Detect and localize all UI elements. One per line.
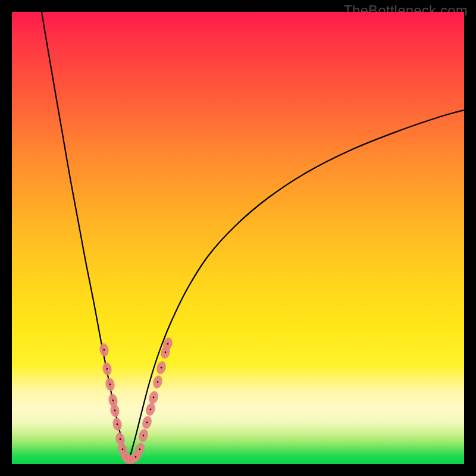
data-marker-dot <box>165 352 167 353</box>
data-marker-dot <box>135 456 137 458</box>
data-marker-dot <box>107 368 108 370</box>
plot-area <box>12 12 464 464</box>
data-marker-dot <box>150 409 152 411</box>
chart-frame: TheBottleneck.com <box>0 0 476 476</box>
data-marker-dot <box>120 439 121 440</box>
data-marker-dot <box>114 410 116 412</box>
data-marker-dot <box>157 381 159 383</box>
data-marker-dot <box>161 367 162 369</box>
data-marker-dot <box>112 400 114 402</box>
data-marker-dot <box>143 435 145 437</box>
data-marker-dot <box>167 343 169 345</box>
data-marker-dot <box>117 424 118 425</box>
curve-right-branch <box>128 110 464 463</box>
data-marker-dot <box>122 449 124 450</box>
data-marker-dot <box>104 349 105 351</box>
curve-layer <box>12 12 464 464</box>
data-marker-dot <box>109 384 111 386</box>
data-marker-dot <box>139 449 141 450</box>
data-marker-dot <box>146 422 148 424</box>
data-marker-dot <box>153 397 155 399</box>
data-marker-group <box>99 336 174 464</box>
